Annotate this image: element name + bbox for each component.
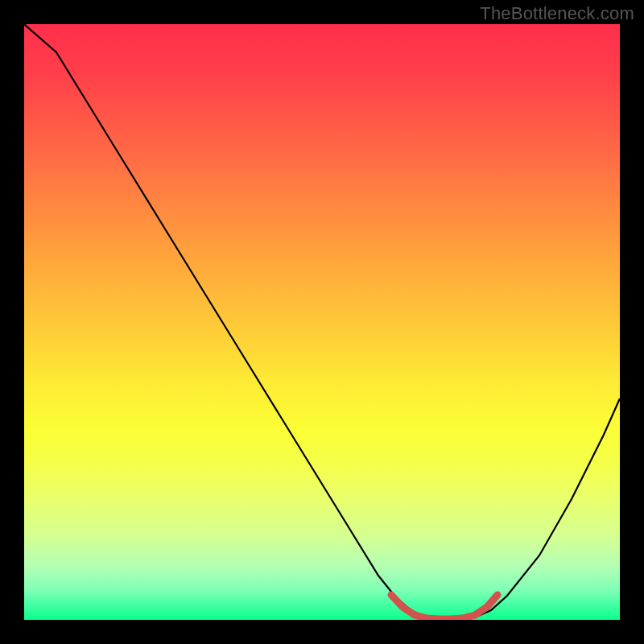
bottleneck-curve: [24, 24, 620, 620]
curve-overlay: [24, 24, 620, 620]
watermark-text: TheBottleneck.com: [480, 3, 634, 24]
plot-area: [24, 24, 620, 620]
chart-container: TheBottleneck.com: [0, 0, 644, 644]
